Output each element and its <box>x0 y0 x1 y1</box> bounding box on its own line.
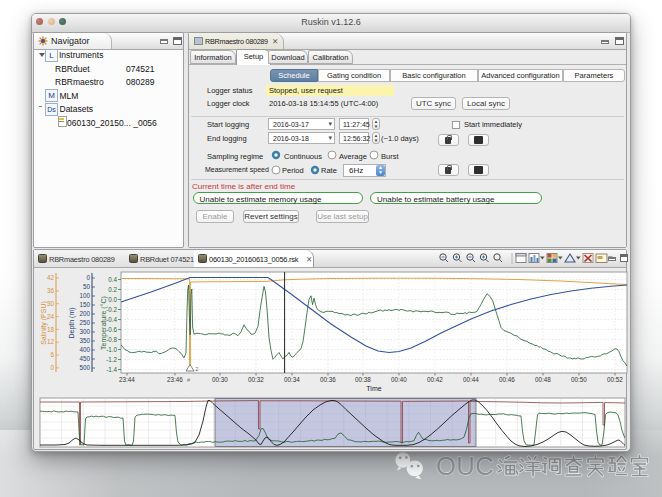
svg-text:100: 100 <box>79 292 90 299</box>
svg-text:400: 400 <box>79 346 90 353</box>
svg-text:-0.8: -0.8 <box>106 336 117 343</box>
svg-text:250: 250 <box>79 319 90 326</box>
svg-text:00:40: 00:40 <box>391 376 407 383</box>
svg-text:00:38: 00:38 <box>355 376 371 383</box>
svg-text:Depth (m): Depth (m) <box>68 307 76 338</box>
svg-text:-1.0: -1.0 <box>106 346 117 353</box>
svg-text:00:34: 00:34 <box>284 376 300 383</box>
svg-text:12: 12 <box>47 338 55 345</box>
svg-text:24: 24 <box>47 313 55 320</box>
svg-text:350: 350 <box>79 337 90 344</box>
svg-text:Time: Time <box>366 385 381 392</box>
svg-text:-0.6: -0.6 <box>106 326 117 333</box>
svg-text:Temperature (°C): Temperature (°C) <box>100 296 108 350</box>
svg-text:23:44: 23:44 <box>119 376 135 383</box>
svg-text:00:30: 00:30 <box>212 376 228 383</box>
svg-text:00:48: 00:48 <box>535 376 551 383</box>
svg-text:18: 18 <box>47 326 55 333</box>
svg-text:200: 200 <box>79 310 90 317</box>
svg-text:2: 2 <box>196 366 199 372</box>
svg-text:23:46: 23:46 <box>167 376 183 383</box>
svg-text:0.2: 0.2 <box>108 286 117 293</box>
svg-text:0: 0 <box>50 364 54 371</box>
svg-text:36: 36 <box>47 287 55 294</box>
svg-text:300: 300 <box>79 328 90 335</box>
svg-text:00:46: 00:46 <box>499 376 515 383</box>
svg-text:450: 450 <box>79 355 90 362</box>
svg-text:50: 50 <box>83 283 91 290</box>
svg-text:00:42: 00:42 <box>427 376 443 383</box>
svg-text:00:32: 00:32 <box>248 376 264 383</box>
svg-text:30: 30 <box>47 300 55 307</box>
svg-text:42: 42 <box>47 274 55 281</box>
svg-text:500: 500 <box>79 364 90 371</box>
svg-text:00:52: 00:52 <box>607 376 623 383</box>
svg-text:OUC: OUC <box>436 452 494 480</box>
svg-text:-1.4: -1.4 <box>106 366 117 373</box>
svg-text:0.0: 0.0 <box>108 296 117 303</box>
svg-text:-0.2: -0.2 <box>106 306 117 313</box>
svg-text:-1.2: -1.2 <box>106 356 117 363</box>
svg-text:00:50: 00:50 <box>571 376 587 383</box>
svg-text:6: 6 <box>50 351 54 358</box>
svg-text:00:36: 00:36 <box>320 376 336 383</box>
svg-text:0: 0 <box>86 274 90 281</box>
svg-text:#: # <box>187 377 191 383</box>
svg-text:-0.4: -0.4 <box>106 316 117 323</box>
svg-text:00:44: 00:44 <box>463 376 479 383</box>
svg-text:Salinity (PSU): Salinity (PSU) <box>40 301 48 345</box>
svg-text:0.4: 0.4 <box>108 276 117 283</box>
svg-text:150: 150 <box>79 301 90 308</box>
